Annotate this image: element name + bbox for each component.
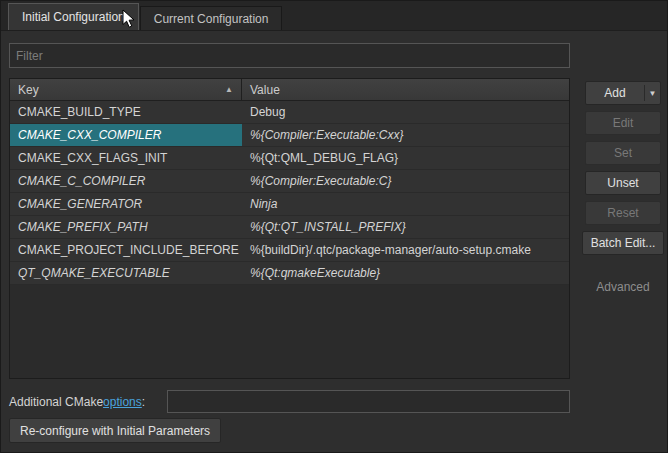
reconfigure-button[interactable]: Re-configure with Initial Parameters	[9, 418, 221, 443]
filter-input[interactable]	[9, 43, 570, 68]
table-row: CMAKE_CXX_COMPILER %{Compiler:Executable…	[10, 124, 569, 147]
value-cell[interactable]: Debug	[242, 101, 569, 123]
additional-options-label: Additional CMake options:	[9, 389, 145, 414]
key-cell[interactable]: CMAKE_C_COMPILER	[10, 170, 242, 192]
value-cell[interactable]: %{Compiler:Executable:C}	[242, 170, 569, 192]
tab-bar: Initial Configuration Current Configurat…	[1, 1, 667, 31]
key-cell[interactable]: QT_QMAKE_EXECUTABLE	[10, 262, 242, 284]
table-header: Key ▲ Value	[10, 79, 569, 101]
unset-button[interactable]: Unset	[585, 171, 661, 195]
table-row: CMAKE_C_COMPILER %{Compiler:Executable:C…	[10, 170, 569, 193]
key-cell-selected[interactable]: CMAKE_CXX_COMPILER	[10, 124, 242, 146]
key-cell[interactable]: CMAKE_PROJECT_INCLUDE_BEFORE	[10, 239, 242, 261]
column-header-value-label: Value	[250, 83, 280, 97]
add-button-label: Add	[586, 86, 644, 100]
sort-ascending-icon: ▲	[225, 85, 233, 94]
table-row: CMAKE_GENERATOR Ninja	[10, 193, 569, 216]
table-row: QT_QMAKE_EXECUTABLE %{Qt:qmakeExecutable…	[10, 262, 569, 285]
table-row: CMAKE_BUILD_TYPE Debug	[10, 101, 569, 124]
reset-button[interactable]: Reset	[585, 201, 661, 225]
key-cell[interactable]: CMAKE_BUILD_TYPE	[10, 101, 242, 123]
tab-current-configuration[interactable]: Current Configuration	[140, 6, 283, 30]
column-header-key[interactable]: Key ▲	[10, 79, 242, 100]
add-button[interactable]: Add ▼	[585, 81, 661, 105]
value-cell[interactable]: Ninja	[242, 193, 569, 215]
additional-cmake-options-input[interactable]	[167, 390, 570, 413]
key-cell[interactable]: CMAKE_PREFIX_PATH	[10, 216, 242, 238]
key-cell[interactable]: CMAKE_GENERATOR	[10, 193, 242, 215]
key-cell[interactable]: CMAKE_CXX_FLAGS_INIT	[10, 147, 242, 169]
column-header-key-label: Key	[18, 83, 39, 97]
advanced-toggle[interactable]: Advanced	[585, 277, 661, 297]
value-cell[interactable]: %{buildDir}/.qtc/package-manager/auto-se…	[242, 239, 569, 261]
value-cell[interactable]: %{Compiler:Executable:Cxx}	[242, 124, 569, 146]
cmake-variables-table: Key ▲ Value CMAKE_BUILD_TYPE Debug CMAKE…	[9, 78, 570, 379]
dropdown-arrow-icon[interactable]: ▼	[645, 89, 660, 98]
table-row: CMAKE_CXX_FLAGS_INIT %{Qt:QML_DEBUG_FLAG…	[10, 147, 569, 170]
value-cell[interactable]: %{Qt:QML_DEBUG_FLAG}	[242, 147, 569, 169]
tab-initial-configuration[interactable]: Initial Configuration	[8, 3, 139, 30]
column-header-value[interactable]: Value	[242, 79, 569, 100]
options-label-suffix: :	[142, 395, 145, 409]
options-label-prefix: Additional CMake	[9, 395, 103, 409]
options-help-link[interactable]: options	[103, 395, 142, 409]
set-button[interactable]: Set	[585, 141, 661, 165]
value-cell[interactable]: %{Qt:qmakeExecutable}	[242, 262, 569, 284]
value-cell[interactable]: %{Qt:QT_INSTALL_PREFIX}	[242, 216, 569, 238]
edit-button[interactable]: Edit	[585, 111, 661, 135]
table-row: CMAKE_PROJECT_INCLUDE_BEFORE %{buildDir}…	[10, 239, 569, 262]
table-row: CMAKE_PREFIX_PATH %{Qt:QT_INSTALL_PREFIX…	[10, 216, 569, 239]
batch-edit-button[interactable]: Batch Edit...	[582, 231, 664, 255]
cmake-configuration-panel: { "tabs": { "initial": "Initial Configur…	[0, 0, 668, 453]
